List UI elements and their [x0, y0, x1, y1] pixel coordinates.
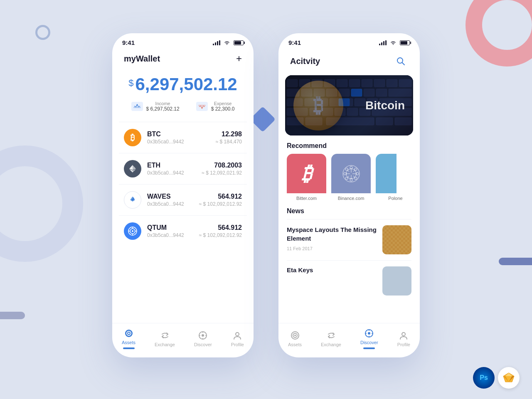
- svg-rect-35: [349, 79, 360, 87]
- svg-rect-48: [389, 89, 411, 96]
- recommend-card-bitcoin[interactable]: ₿ Bitter.com: [287, 154, 326, 201]
- svg-rect-39: [399, 79, 411, 87]
- eth-amount: 708.2003: [202, 162, 242, 169]
- waves-value: 564.912 ≈ $ 102,092,012.92: [199, 193, 242, 207]
- news-date-1: 11 Feb 2017: [287, 246, 377, 251]
- svg-line-4: [199, 106, 200, 107]
- svg-line-85: [347, 170, 349, 172]
- svg-rect-3: [198, 105, 206, 106]
- bg-decoration-circle-left: [0, 145, 83, 262]
- expense-info: Expense $ 22,300.0: [211, 101, 235, 112]
- assets-list: ₿ BTC 0x3b5ca0...9442 12.298 ≈ $ 184,470: [112, 122, 254, 323]
- nav-item-profile-2[interactable]: Profile: [397, 330, 410, 347]
- nav-item-assets-1[interactable]: Assets: [122, 328, 135, 349]
- svg-point-74: [350, 179, 352, 181]
- svg-rect-65: [305, 118, 322, 125]
- svg-rect-66: [326, 118, 374, 125]
- svg-rect-54: [355, 99, 365, 106]
- assets-nav-label-1: Assets: [122, 340, 135, 345]
- svg-marker-7: [129, 165, 133, 170]
- expense-icon: [196, 102, 208, 111]
- expense-arrow-icon: [198, 103, 206, 109]
- eth-usd: ≈ $ 12,092,021.92: [202, 170, 242, 176]
- recommend-card-binance[interactable]: Binance.com: [331, 154, 371, 201]
- battery-fill-2: [401, 41, 407, 44]
- search-icon: [396, 57, 405, 66]
- svg-rect-37: [374, 79, 385, 87]
- svg-rect-38: [387, 79, 397, 87]
- battery-fill-1: [234, 41, 241, 44]
- recommend-img-binance: [331, 154, 371, 193]
- nav-item-discover-2[interactable]: Discover: [360, 328, 378, 349]
- asset-item-qtum[interactable]: QTUM 0x3b5ca0...9442 564.912 ≈ $ 102,092…: [119, 215, 247, 246]
- status-time-1: 9:41: [122, 39, 135, 46]
- discover-nav-dot: [363, 347, 375, 349]
- btc-name: BTC: [147, 131, 216, 138]
- qtum-usd: ≈ $ 102,092,012.92: [199, 232, 242, 238]
- waves-info: WAVES 0x3b5ca0...9442: [147, 193, 199, 207]
- recommend-img-polone: [376, 154, 397, 193]
- nav-item-assets-2[interactable]: Assets: [288, 330, 302, 347]
- assets-nav-dot: [123, 347, 135, 349]
- svg-point-12: [132, 230, 133, 232]
- svg-line-2: [139, 106, 140, 107]
- svg-rect-36: [362, 79, 372, 87]
- qtum-logo-icon: [127, 226, 138, 236]
- status-bar-1: 9:41: [112, 33, 254, 49]
- waves-name: WAVES: [147, 193, 199, 200]
- svg-point-91: [294, 335, 296, 336]
- signal-bar-1: [213, 44, 214, 45]
- news-item-1[interactable]: Myspace Layouts The Missing Element 11 F…: [287, 219, 411, 260]
- bitcoin-banner[interactable]: ₿ Bitcoin: [285, 75, 413, 135]
- phone-wallet: 9:41 myWall: [112, 33, 254, 357]
- signal-bar-4: [219, 40, 220, 45]
- search-button[interactable]: [393, 54, 408, 69]
- waves-logo-icon: [127, 194, 138, 206]
- news-thumb-2: [382, 266, 411, 296]
- btc-value: 12.298 ≈ $ 184,470: [216, 131, 242, 145]
- svg-point-76: [356, 172, 359, 175]
- wallet-title: myWallet: [124, 54, 160, 64]
- qtum-address: 0x3b5ca0...9442: [147, 232, 199, 238]
- exchange-nav-label-2: Exchange: [321, 342, 341, 347]
- news-title: News: [278, 201, 420, 219]
- eth-logo-icon: [128, 164, 137, 173]
- recommend-card-polone[interactable]: Polone: [376, 154, 415, 201]
- nav-item-discover-1[interactable]: Discover: [194, 330, 212, 347]
- asset-item-btc[interactable]: ₿ BTC 0x3b5ca0...9442 12.298 ≈ $ 184,470: [119, 122, 247, 153]
- battery-icon-2: [400, 40, 410, 45]
- news-title-1: Myspace Layouts The Missing Element: [287, 225, 377, 243]
- bottom-nav-2: Assets Exchange: [278, 323, 420, 357]
- bg-decoration-circle-tl: [35, 25, 50, 40]
- svg-point-71: [343, 165, 360, 182]
- balance-amount: $ 6,297,502.12: [124, 74, 242, 94]
- profile-icon-1: [233, 331, 242, 340]
- waves-usd: ≈ $ 102,092,012.92: [199, 201, 242, 207]
- svg-rect-0: [133, 107, 141, 108]
- news-item-2[interactable]: Eta Keys: [287, 260, 411, 301]
- discover-icon-1: [198, 331, 207, 340]
- svg-rect-47: [376, 89, 387, 96]
- tools-icons: Ps: [473, 367, 520, 389]
- svg-line-28: [402, 63, 405, 65]
- signal-bar-2-1: [379, 44, 380, 45]
- news-thumb-1: [382, 225, 411, 254]
- svg-line-88: [347, 176, 349, 177]
- discover-nav-icon-1: [198, 330, 208, 340]
- asset-item-waves[interactable]: WAVES 0x3b5ca0...9442 564.912 ≈ $ 102,09…: [119, 184, 247, 215]
- qtum-icon: [124, 222, 141, 240]
- nav-item-exchange-1[interactable]: Exchange: [155, 330, 175, 347]
- add-wallet-button[interactable]: +: [236, 54, 242, 64]
- nav-item-exchange-2[interactable]: Exchange: [321, 330, 341, 347]
- svg-rect-30: [287, 79, 298, 87]
- signal-bar-3: [217, 41, 218, 45]
- phones-container: 9:41 myWall: [112, 33, 420, 357]
- phone-activity: 9:41 Acitvi: [278, 33, 420, 357]
- discover-nav-icon-2: [364, 328, 374, 338]
- nav-item-profile-1[interactable]: Profile: [231, 330, 244, 347]
- asset-item-eth[interactable]: ETH 0x3b5ca0...9442 708.2003 ≈ $ 12,092,…: [119, 153, 247, 184]
- sketch-icon: [498, 367, 520, 389]
- svg-rect-50: [305, 99, 315, 106]
- status-bar-2: 9:41: [278, 33, 420, 49]
- svg-rect-67: [376, 118, 393, 125]
